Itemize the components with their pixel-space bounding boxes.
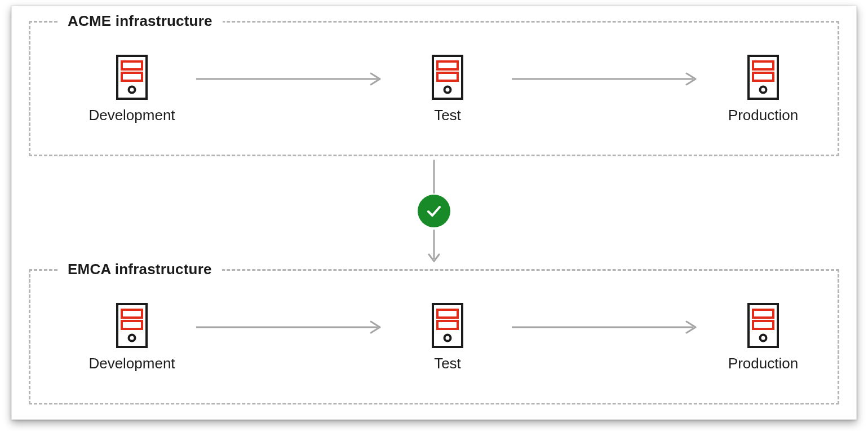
svg-rect-1: [122, 61, 142, 69]
svg-rect-22: [437, 310, 458, 318]
node-label: Test: [434, 107, 461, 124]
svg-point-13: [760, 86, 767, 93]
svg-point-19: [129, 335, 135, 341]
server-icon: [745, 54, 781, 101]
diagram-card: ACME infrastructure Development: [11, 6, 857, 420]
svg-rect-28: [753, 321, 773, 329]
group-title: ACME infrastructure: [57, 12, 223, 30]
arrow-right-icon: [510, 320, 701, 353]
svg-rect-23: [437, 321, 458, 329]
arrow-right-icon: [194, 320, 386, 353]
node-production: Production: [707, 54, 820, 124]
node-label: Test: [434, 355, 461, 372]
check-badge: [418, 195, 450, 227]
svg-point-24: [445, 335, 451, 341]
node-development: Development: [76, 54, 188, 124]
svg-point-29: [760, 335, 767, 341]
node-label: Production: [728, 355, 798, 372]
node-label: Production: [728, 107, 798, 124]
svg-rect-7: [437, 73, 458, 81]
arrow-down-icon: [427, 227, 441, 267]
server-icon: [114, 302, 150, 349]
check-icon: [424, 201, 444, 221]
node-production: Production: [707, 302, 820, 372]
pipeline-row: Development: [76, 287, 792, 387]
group-title: EMCA infrastructure: [57, 261, 222, 278]
server-icon: [429, 54, 466, 101]
node-development: Development: [76, 302, 188, 372]
node-test: Test: [391, 54, 504, 124]
group-acme: ACME infrastructure Development: [29, 21, 839, 156]
server-icon: [114, 54, 150, 101]
svg-rect-17: [122, 310, 142, 318]
svg-rect-18: [122, 321, 142, 329]
node-label: Development: [88, 355, 175, 372]
server-icon: [745, 302, 781, 349]
svg-point-8: [445, 86, 451, 93]
arrow-right-icon: [510, 72, 701, 105]
group-emca: EMCA infrastructure Development: [29, 269, 839, 404]
diagram-canvas: ACME infrastructure Development: [0, 0, 868, 431]
svg-rect-12: [753, 73, 773, 81]
svg-point-3: [129, 86, 135, 93]
node-test: Test: [391, 302, 504, 372]
arrow-right-icon: [194, 72, 386, 105]
svg-rect-2: [122, 73, 142, 81]
node-label: Development: [88, 107, 175, 124]
pipeline-row: Development: [76, 38, 792, 139]
svg-rect-11: [753, 61, 773, 69]
vertical-connector: [29, 156, 839, 269]
svg-rect-27: [753, 310, 773, 318]
svg-rect-6: [437, 61, 458, 69]
arrow-down-segment-top: [427, 159, 441, 195]
server-icon: [429, 302, 466, 349]
